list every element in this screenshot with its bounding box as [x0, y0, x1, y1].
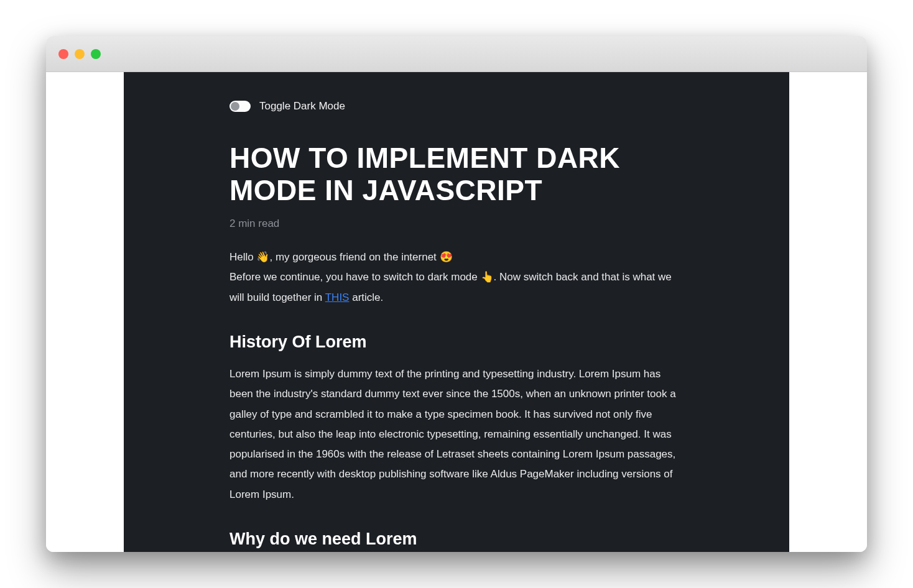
section-heading-why: Why do we need Lorem — [229, 530, 684, 549]
intro-line-1: Hello 👋, my gorgeous friend on the inter… — [229, 251, 453, 263]
article-page: Toggle Dark Mode HOW TO IMPLEMENT DARK M… — [124, 72, 789, 552]
window-close-button[interactable] — [58, 49, 68, 59]
intro-link[interactable]: THIS — [325, 292, 350, 303]
window-titlebar — [46, 36, 867, 72]
section-body-history: Lorem Ipsum is simply dummy text of the … — [229, 364, 684, 505]
article-intro: Hello 👋, my gorgeous friend on the inter… — [229, 247, 684, 308]
scroll-area[interactable]: Toggle Dark Mode HOW TO IMPLEMENT DARK M… — [46, 72, 867, 552]
viewport: Toggle Dark Mode HOW TO IMPLEMENT DARK M… — [46, 72, 867, 552]
read-time: 2 min read — [229, 218, 684, 230]
window-minimize-button[interactable] — [75, 49, 85, 59]
article-title: HOW TO IMPLEMENT DARK MODE IN JAVASCRIPT — [229, 142, 684, 206]
intro-line-2b: article. — [349, 292, 383, 303]
dark-mode-toggle-row: Toggle Dark Mode — [229, 100, 684, 113]
dark-mode-toggle-label: Toggle Dark Mode — [259, 100, 345, 113]
browser-window: Toggle Dark Mode HOW TO IMPLEMENT DARK M… — [46, 36, 867, 552]
section-heading-history: History Of Lorem — [229, 333, 684, 352]
toggle-knob-icon — [231, 102, 239, 111]
window-maximize-button[interactable] — [91, 49, 101, 59]
dark-mode-toggle[interactable] — [229, 101, 251, 112]
intro-line-2a: Before we continue, you have to switch t… — [229, 271, 672, 303]
